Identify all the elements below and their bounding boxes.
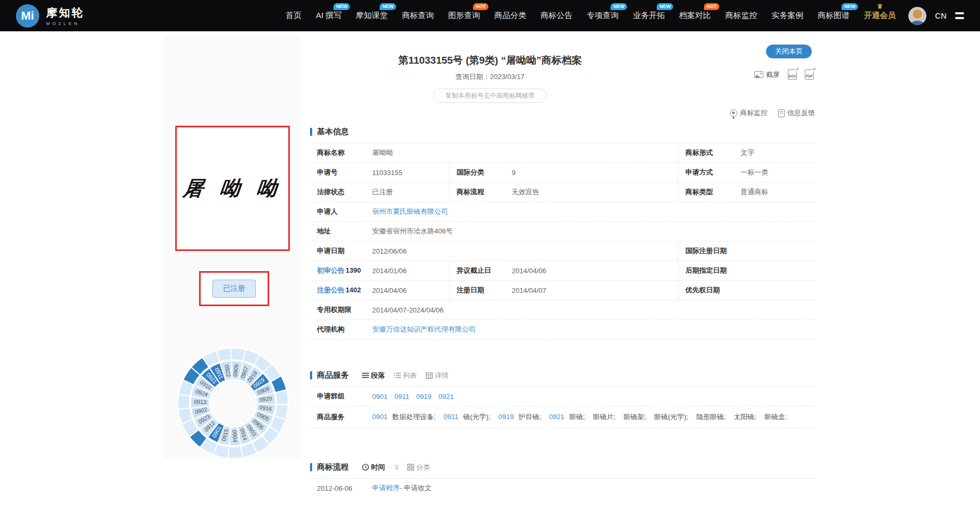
nav-item-商标图谱[interactable]: 商标图谱NEW (818, 11, 849, 21)
screenshot-icon (754, 71, 763, 78)
view-toggle-详情[interactable]: 详情 (426, 371, 449, 380)
export-doc-button[interactable]: DOC (788, 70, 797, 80)
field-label: 申请日期 (317, 246, 372, 256)
sunburst-segment[interactable] (178, 394, 190, 409)
nav-item-图形查询[interactable]: 图形查询HOT (448, 11, 480, 21)
nav-item-开通会员[interactable]: 开通会员♛ (864, 11, 896, 21)
field-value: 2014/04/06 (512, 267, 546, 275)
field-value: 2012/06/06 (372, 247, 407, 255)
nav-item-档案对比[interactable]: 档案对比HOT (679, 11, 711, 21)
grid-icon (407, 464, 414, 471)
user-avatar[interactable] (908, 7, 926, 25)
group-link-0921[interactable]: 0921 (439, 393, 454, 401)
copy-trademark-number-button[interactable]: 复制本商标号去中国商标网核查 (433, 89, 547, 103)
field-label-link[interactable]: 初审公告 (317, 266, 345, 274)
class-group-sunburst-chart[interactable]: 0922090909070918091909080920091609050906… (174, 344, 293, 463)
group-link-0911[interactable]: 0911 (394, 393, 409, 401)
hamburger-menu-icon[interactable] (955, 12, 964, 19)
screenshot-button[interactable]: 截屏 (754, 70, 780, 80)
nav-item-商标公告[interactable]: 商标公告 (540, 11, 572, 21)
view-toggle-分类[interactable]: 分类 (407, 463, 430, 472)
language-switch[interactable]: CN (935, 11, 947, 20)
nav-item-商品分类[interactable]: 商品分类 (494, 11, 526, 21)
field-value: 屠呦呦 (372, 148, 393, 158)
section-bar (310, 128, 312, 136)
field-label: 商标名称 (317, 148, 372, 158)
goods-item: 数据处理设备; (392, 413, 436, 421)
goods-item: 太阳镜; (734, 413, 757, 421)
view-toggle-时间[interactable]: 时间 (362, 463, 385, 472)
sunburst-label-0909: 0909 (232, 364, 239, 377)
section-bar (310, 371, 312, 379)
sunburst-segment[interactable] (276, 390, 288, 405)
new-badge: NEW (841, 3, 858, 10)
info-cell-right: 商标类型普通商标 (678, 183, 816, 202)
view-toggle-段落[interactable]: 段落 (362, 371, 385, 380)
field-value-link[interactable]: 安徽万信达知识产权代理有限公司 (372, 325, 476, 334)
info-cell-left: 申请人宿州市夏氏眼镜有限公司 (310, 207, 816, 216)
nav-item-实务案例[interactable]: 实务案例 (771, 11, 803, 21)
goods-item: 眼镜架; (624, 413, 647, 421)
info-cell-middle: 商标流程无效宣告 (449, 183, 678, 202)
brand-subtitle: MOZLEN (46, 21, 84, 26)
field-value: 一标一类 (741, 168, 768, 177)
nav-item-首页[interactable]: 首页 (286, 11, 302, 21)
flow-title: 商标流程 (317, 462, 349, 472)
sort-arrows-icon[interactable]: ⇅ (394, 464, 398, 471)
goods-code-link[interactable]: 0911 (444, 413, 459, 421)
goods-code-link[interactable]: 0901 (372, 413, 388, 421)
nav-item-商标监控[interactable]: 商标监控 (725, 11, 757, 21)
goods-services-text: 0901数据处理设备;0911镜(光学);0919护目镜;0921眼镜;眼镜片;… (372, 410, 816, 424)
field-value-link[interactable]: 宿州市夏氏眼镜有限公司 (372, 207, 448, 216)
basic-info-row: 法律状态已注册商标流程无效宣告商标类型普通商标 (310, 183, 816, 202)
sunburst-label-0913: 0913 (194, 398, 207, 405)
field-label: 申请人 (317, 207, 372, 216)
field-value: 无效宣告 (512, 187, 539, 197)
field-label-link[interactable]: 注册公告 (317, 286, 345, 294)
close-page-button[interactable]: 关闭本页 (766, 45, 812, 58)
nav-item-专项查询[interactable]: 专项查询NEW (587, 11, 618, 21)
field-value: 2014/01/06 (372, 267, 407, 275)
field-label: 国际分类 (457, 168, 512, 177)
info-cell-left: 地址安徽省宿州市浍水路406号 (310, 227, 816, 236)
flow-procedure-link[interactable]: 申请程序 (372, 483, 400, 493)
field-label: 异议截止日 (457, 266, 512, 275)
group-link-0901[interactable]: 0901 (372, 393, 388, 401)
field-value: 普通商标 (741, 187, 768, 197)
info-cell-left: 专用权期限2014/04/07-2024/04/06 (310, 305, 816, 315)
info-cell-middle: 异议截止日2014/04/06 (449, 261, 678, 280)
goods-view-toggles: 段落列表详情 (362, 371, 449, 380)
field-value: 11033155 (372, 169, 402, 177)
export-pdf-button[interactable]: PDF (805, 70, 814, 80)
detail-icon (426, 372, 433, 379)
feedback-link[interactable]: 信息反馈 (778, 108, 815, 118)
view-toggle-列表[interactable]: 列表 (394, 371, 417, 380)
nav-item-商标查询[interactable]: 商标查询 (402, 11, 434, 21)
brand-logo[interactable]: Mi 摩知轮 MOZLEN (16, 4, 84, 28)
field-label: 后期指定日期 (685, 266, 741, 275)
info-cell-left: 代理机构安徽万信达知识产权代理有限公司 (310, 325, 816, 334)
screenshot-label: 截屏 (766, 70, 780, 80)
hot-badge: HOT (473, 3, 488, 10)
goods-code-link[interactable]: 0921 (549, 413, 564, 421)
sunburst-label-0904: 0904 (231, 430, 238, 442)
nav-item-AI 撰写[interactable]: AI 撰写NEW (316, 11, 341, 21)
goods-code-link[interactable]: 0919 (498, 413, 514, 421)
apply-groups-row: 申请群组 0901091109190921 (310, 387, 816, 406)
goods-item: 眼镜片; (593, 413, 616, 421)
field-value: 2014/04/07-2024/04/06 (372, 306, 443, 314)
gazette-number: 1402 (346, 286, 361, 294)
registered-status-button[interactable]: 已注册 (212, 280, 256, 298)
goods-item: 眼镜(光学); (654, 413, 688, 421)
nav-item-摩知课堂[interactable]: 摩知课堂NEW (356, 11, 388, 21)
nav-item-业务开拓[interactable]: 业务开拓NEW (633, 11, 665, 21)
apply-group-links: 0901091109190921 (372, 393, 454, 401)
sunburst-segment[interactable] (228, 446, 243, 458)
new-badge: NEW (333, 3, 350, 10)
status-highlight-box: 已注册 (199, 271, 269, 306)
field-label: 申请方式 (685, 168, 741, 177)
field-label: 初审公告1390 (317, 266, 372, 275)
field-label: 申请号 (317, 168, 372, 177)
trademark-monitor-link[interactable]: 商标监控 (730, 108, 768, 118)
group-link-0919[interactable]: 0919 (416, 393, 432, 401)
